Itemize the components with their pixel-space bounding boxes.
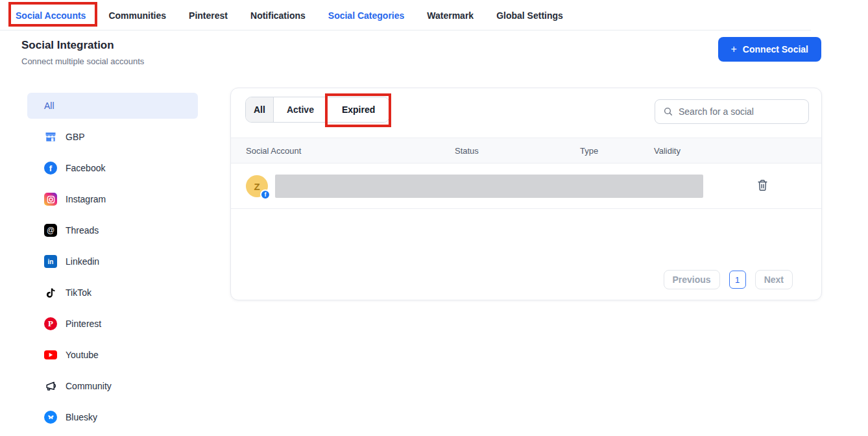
facebook-icon: f xyxy=(44,162,57,175)
instagram-icon xyxy=(44,193,57,206)
nav-item-communities[interactable]: Communities xyxy=(108,10,166,21)
sidebar-item-youtube[interactable]: Youtube xyxy=(27,342,198,368)
plus-icon: + xyxy=(731,43,737,55)
sidebar-item-linkedin[interactable]: in Linkedin xyxy=(27,248,198,274)
trash-icon xyxy=(757,179,768,191)
avatar-letter: Z xyxy=(254,181,259,192)
sidebar-item-label: Youtube xyxy=(66,350,99,360)
table-row[interactable]: Z f xyxy=(231,164,821,209)
tab-all[interactable]: All xyxy=(246,97,274,122)
tiktok-icon xyxy=(44,286,57,299)
search-icon xyxy=(663,106,673,117)
sidebar-item-label: Threads xyxy=(66,225,99,236)
sidebar-item-community[interactable]: Community xyxy=(27,373,198,399)
account-avatar: Z f xyxy=(246,175,268,197)
pinterest-icon: P xyxy=(44,317,57,330)
column-header-social-account: Social Account xyxy=(246,146,455,156)
next-page-button[interactable]: Next xyxy=(755,270,793,289)
community-icon xyxy=(44,380,57,393)
sidebar-item-label: TikTok xyxy=(66,287,91,298)
tab-active[interactable]: Active xyxy=(274,97,328,122)
column-header-status: Status xyxy=(455,146,580,156)
connect-social-label: Connect Social xyxy=(743,44,808,54)
sidebar-item-tiktok[interactable]: TikTok xyxy=(27,280,198,306)
sidebar-item-threads[interactable]: @ Threads xyxy=(27,217,198,243)
bluesky-icon xyxy=(44,411,57,424)
nav-divider xyxy=(0,30,811,30)
social-integration-page: Social Accounts Communities Pinterest No… xyxy=(0,0,868,436)
sidebar-item-label: Facebook xyxy=(66,163,105,173)
linkedin-icon: in xyxy=(44,255,57,268)
nav-item-notifications[interactable]: Notifications xyxy=(250,10,306,21)
column-header-type: Type xyxy=(580,146,654,156)
sidebar-item-label: Linkedin xyxy=(66,256,99,267)
table-header: Social Account Status Type Validity xyxy=(231,138,821,164)
platform-sidebar: All GBP f Facebook Instagram @ xyxy=(27,93,198,435)
nav-item-pinterest[interactable]: Pinterest xyxy=(189,10,228,21)
search-box xyxy=(655,99,809,124)
page-number-button[interactable]: 1 xyxy=(729,271,746,289)
previous-page-button[interactable]: Previous xyxy=(664,270,720,289)
youtube-icon xyxy=(44,348,57,361)
sidebar-item-gbp[interactable]: GBP xyxy=(27,124,198,150)
sidebar-item-label: Pinterest xyxy=(66,319,101,329)
nav-item-label: Social Accounts xyxy=(16,10,86,21)
tab-expired[interactable]: Expired xyxy=(328,97,389,122)
facebook-badge-icon: f xyxy=(260,189,271,200)
status-filter-tabs: All Active Expired xyxy=(245,97,390,123)
sidebar-item-pinterest[interactable]: P Pinterest xyxy=(27,311,198,337)
page-header: Social Integration Connect multiple soci… xyxy=(21,39,144,66)
column-header-validity: Validity xyxy=(654,146,821,156)
nav-item-watermark[interactable]: Watermark xyxy=(427,10,474,21)
sidebar-item-label: Community xyxy=(66,381,112,391)
search-input[interactable] xyxy=(679,106,801,117)
threads-icon: @ xyxy=(44,224,57,237)
page-subtitle: Connect multiple social accounts xyxy=(21,56,144,66)
sidebar-item-all[interactable]: All xyxy=(27,93,198,119)
gbp-icon xyxy=(44,130,57,143)
sidebar-item-label: Instagram xyxy=(66,194,106,204)
sidebar-item-label: Bluesky xyxy=(66,412,97,422)
pagination: Previous 1 Next xyxy=(664,270,793,289)
redacted-account-info xyxy=(275,175,703,198)
nav-item-social-categories[interactable]: Social Categories xyxy=(328,10,405,21)
sidebar-item-instagram[interactable]: Instagram xyxy=(27,186,198,212)
delete-account-button[interactable] xyxy=(754,176,771,196)
social-accounts-card: All Active Expired Social Account Status… xyxy=(230,88,822,300)
sidebar-item-bluesky[interactable]: Bluesky xyxy=(27,404,198,430)
sidebar-item-facebook[interactable]: f Facebook xyxy=(27,155,198,181)
sidebar-item-label: All xyxy=(44,101,54,111)
top-navigation: Social Accounts Communities Pinterest No… xyxy=(0,0,868,30)
nav-item-global-settings[interactable]: Global Settings xyxy=(496,10,563,21)
nav-item-social-accounts[interactable]: Social Accounts xyxy=(16,10,86,21)
tab-expired-label: Expired xyxy=(342,104,375,115)
sidebar-item-label: GBP xyxy=(66,132,85,142)
connect-social-button[interactable]: + Connect Social xyxy=(718,37,821,62)
page-title: Social Integration xyxy=(21,39,144,52)
